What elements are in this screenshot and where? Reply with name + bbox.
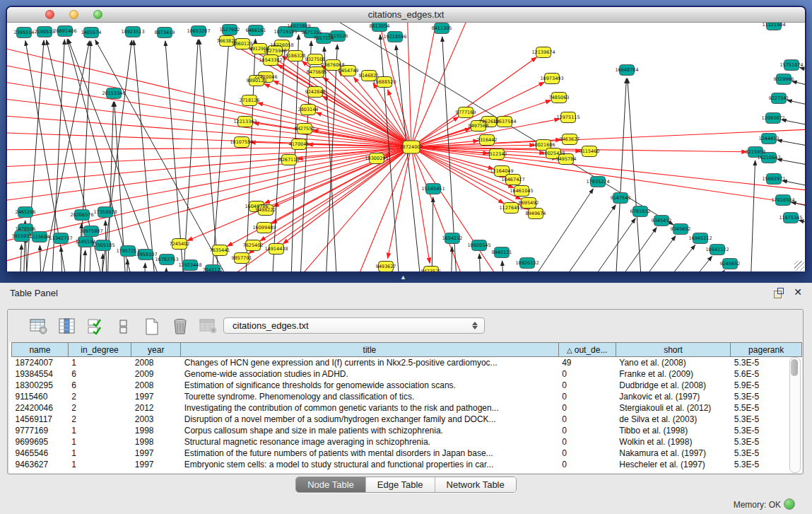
table-settings-icon[interactable] (29, 317, 49, 336)
sort-ascending-icon: △ (567, 346, 572, 354)
svg-text:12093872: 12093872 (761, 115, 784, 121)
window-title: citations_edges.txt (7, 9, 805, 20)
vertical-scrollbar[interactable] (789, 357, 801, 473)
panel-title: Table Panel (10, 288, 58, 298)
svg-text:15688520: 15688520 (372, 79, 396, 85)
column-header-pagerank[interactable]: pagerank (731, 343, 802, 357)
svg-text:17359928: 17359928 (93, 209, 117, 215)
table-row[interactable]: 1938455462009Genome-wide association stu… (12, 368, 802, 380)
svg-text:17016504: 17016504 (771, 197, 794, 203)
svg-text:13342737: 13342737 (49, 235, 72, 241)
svg-text:15692971: 15692971 (762, 176, 785, 182)
svg-text:1115684: 1115684 (30, 234, 50, 240)
memory-ok-indicator[interactable] (784, 498, 795, 510)
svg-text:20206576: 20206576 (70, 212, 93, 218)
svg-text:8186328: 8186328 (286, 53, 306, 59)
svg-text:11121504: 11121504 (762, 23, 785, 28)
network-desktop-background: citations_edges.txt 23955142190513206914… (0, 0, 812, 283)
cytoscape-application: citations_edges.txt 23955142190513206914… (0, 0, 812, 514)
column-header-out_de[interactable]: △out_de... (558, 343, 616, 357)
delete-table-icon[interactable] (170, 317, 190, 336)
svg-text:9345412: 9345412 (652, 218, 672, 223)
svg-text:17835224: 17835224 (586, 179, 609, 185)
table-row[interactable]: 911546021997Tourette syndrome. Phenomeno… (12, 391, 802, 402)
window-titlebar[interactable]: citations_edges.txt (7, 7, 805, 23)
svg-text:8411305: 8411305 (432, 25, 452, 31)
network-view-window[interactable]: citations_edges.txt 23955142190513206914… (6, 6, 806, 272)
svg-text:9327508: 9327508 (305, 57, 326, 62)
citation-network-graph[interactable]: 2395514219051320691406140557418923513887… (7, 23, 805, 271)
svg-text:9227341: 9227341 (769, 95, 789, 101)
svg-text:9857791: 9857791 (232, 255, 252, 261)
splitter-collapse-arrow[interactable]: ▲ (400, 274, 406, 281)
svg-text:18107554: 18107554 (230, 139, 253, 145)
window-resize-grip[interactable] (794, 261, 804, 271)
svg-text:8497568: 8497568 (469, 123, 489, 129)
svg-text:11675345: 11675345 (779, 215, 802, 221)
svg-text:18300295: 18300295 (365, 156, 388, 161)
svg-text:9115460: 9115460 (579, 148, 600, 154)
svg-text:9242848: 9242848 (305, 89, 326, 95)
tab-edge-table[interactable]: Edge Table (365, 477, 435, 492)
row-height-icon[interactable] (114, 317, 134, 336)
svg-text:1527602: 1527602 (220, 27, 240, 33)
close-panel-icon[interactable]: ✕ (794, 286, 802, 298)
svg-text:6791912: 6791912 (630, 209, 651, 214)
svg-text:10653287: 10653287 (187, 28, 210, 34)
column-header-name[interactable]: name (12, 343, 69, 357)
table-row[interactable]: 1830029562008Estimation of significance … (12, 380, 802, 391)
tab-network-table[interactable]: Network Table (435, 477, 516, 492)
table-row[interactable]: 1872400712008Changes of HCN gene express… (12, 357, 802, 369)
node-table: namein_degreeyeartitle△out_de...shortpag… (9, 342, 802, 473)
table-row[interactable]: 946362711997Embryonic stem cells: a mode… (12, 459, 802, 470)
svg-text:7857224: 7857224 (314, 35, 334, 41)
column-header-year[interactable]: year (131, 343, 181, 357)
table-row[interactable]: 2242004622012Investigating the contribut… (12, 402, 802, 414)
select-columns-icon[interactable] (57, 317, 77, 336)
svg-text:1654212: 1654212 (442, 235, 463, 241)
svg-text:2316442: 2316442 (477, 137, 498, 143)
float-panel-icon[interactable] (774, 288, 784, 298)
svg-text:16461045: 16461045 (510, 188, 533, 194)
table-row[interactable]: 1456911722003Disruption of a novel membe… (12, 414, 802, 425)
column-header-in_degree[interactable]: in_degree (68, 343, 131, 357)
new-table-icon[interactable] (142, 317, 162, 336)
svg-text:8945121: 8945121 (492, 250, 512, 255)
svg-text:8813054: 8813054 (370, 23, 390, 29)
svg-text:7512342: 7512342 (487, 151, 507, 157)
svg-text:9329966: 9329966 (774, 76, 794, 82)
svg-text:16945212: 16945212 (688, 235, 712, 241)
svg-text:18724007: 18724007 (399, 144, 423, 150)
svg-text:12923448: 12923448 (178, 262, 201, 268)
svg-text:8454749: 8454749 (339, 68, 359, 74)
tab-node-table[interactable]: Node Table (296, 477, 365, 492)
svg-text:11276455: 11276455 (499, 205, 522, 211)
table-row[interactable]: 969969511998Structural magnetic resonanc… (12, 436, 802, 448)
svg-text:18923513: 18923513 (121, 29, 144, 35)
table-toolbar: f(x) (29, 317, 247, 337)
svg-text:10541122: 10541122 (705, 247, 729, 252)
svg-text:10021606: 10021606 (531, 142, 555, 148)
svg-text:7845122: 7845122 (203, 267, 223, 271)
svg-text:9890123: 9890123 (247, 78, 267, 83)
table-selector-dropdown[interactable]: citations_edges.txt (223, 317, 485, 334)
select-rows-icon[interactable] (86, 317, 105, 336)
svg-text:6466161: 6466161 (246, 28, 266, 33)
network-graph-canvas[interactable]: 2395514219051320691406140557418923513887… (7, 23, 805, 271)
column-header-short[interactable]: short (616, 343, 731, 357)
svg-text:10719195: 10719195 (273, 29, 297, 35)
svg-text:8427552: 8427552 (295, 126, 315, 132)
svg-text:9495784: 9495784 (556, 156, 577, 162)
svg-text:8949674: 8949674 (526, 211, 546, 216)
svg-text:12213363: 12213363 (233, 119, 257, 124)
svg-text:10958107: 10958107 (134, 252, 157, 257)
svg-text:16033809: 16033809 (287, 23, 310, 29)
column-header-title[interactable]: title (181, 343, 558, 357)
table-row[interactable]: 946554611997Estimation of the future num… (12, 448, 802, 459)
scrollbar-thumb[interactable] (791, 359, 798, 376)
svg-text:16648784: 16648784 (615, 67, 638, 73)
table-row[interactable]: 977716911998Corpus callosum shape and si… (12, 425, 802, 436)
table-panel: Table Panel ✕ f(x) citations_edges.txt n… (0, 283, 812, 514)
svg-text:16099489: 16099489 (252, 225, 276, 230)
svg-text:12139674: 12139674 (531, 49, 555, 55)
